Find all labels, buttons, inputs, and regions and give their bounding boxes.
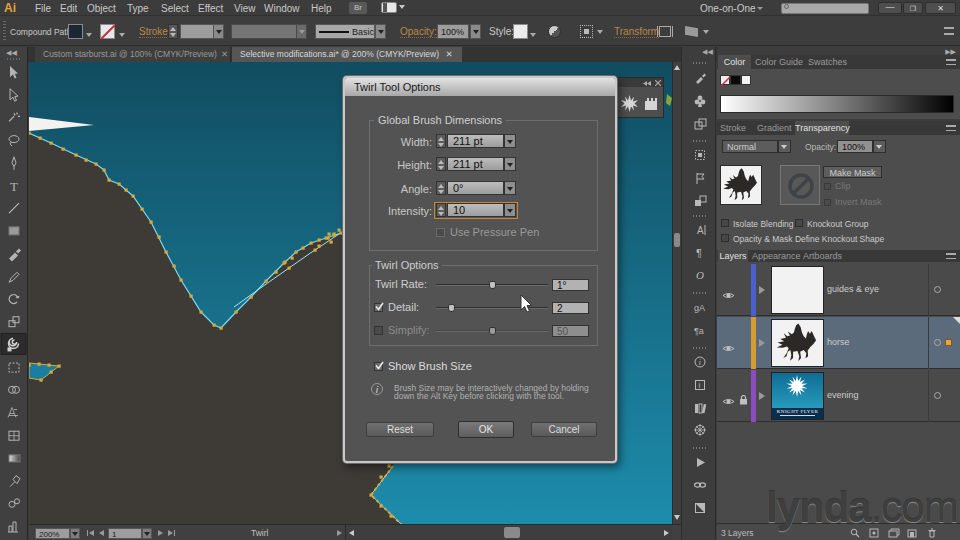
svg-text:T: T: [10, 179, 18, 194]
svg-text:¶: ¶: [696, 247, 702, 259]
svg-text:A: A: [697, 225, 704, 236]
svg-text:ɡA: ɡA: [694, 303, 705, 313]
svg-text:¶a: ¶a: [694, 326, 704, 336]
svg-text:O: O: [696, 269, 704, 281]
svg-text:i: i: [699, 381, 701, 390]
svg-text:i: i: [699, 358, 701, 367]
